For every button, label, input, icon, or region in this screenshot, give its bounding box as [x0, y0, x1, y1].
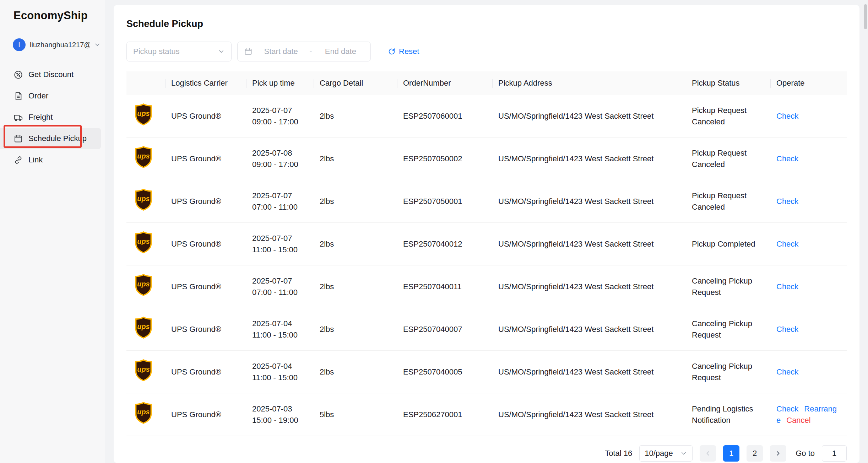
- order-number-cell: ESP2507040011: [397, 265, 493, 308]
- table-row: ups UPS Ground® 2025-07-07 11:00 - 15:00…: [126, 223, 847, 265]
- chevron-down-icon: [680, 450, 687, 457]
- check-action-link[interactable]: Check: [776, 282, 798, 291]
- sidebar-item-freight[interactable]: Freight: [0, 107, 101, 128]
- operate-cell: Check: [771, 351, 847, 393]
- table-row: ups UPS Ground® 2025-07-04 11:00 - 15:00…: [126, 308, 847, 351]
- sidebar-item-label: Order: [28, 91, 48, 101]
- check-action-link[interactable]: Check: [776, 404, 798, 413]
- pickup-table: Logistics Carrier Pick up time Cargo Det…: [126, 71, 847, 436]
- date-range-picker[interactable]: Start date - End date: [237, 42, 371, 61]
- check-action-link[interactable]: Check: [776, 197, 798, 206]
- table-row: ups UPS Ground® 2025-07-07 07:00 - 11:00…: [126, 265, 847, 308]
- svg-text:ups: ups: [137, 109, 150, 117]
- operate-cell: Check: [771, 138, 847, 180]
- date-separator: -: [309, 47, 312, 56]
- sidebar-item-link[interactable]: Link: [0, 149, 101, 171]
- table-row: ups UPS Ground® 2025-07-08 09:00 - 17:00…: [126, 138, 847, 180]
- check-action-link[interactable]: Check: [776, 154, 798, 163]
- table-body: ups UPS Ground® 2025-07-07 09:00 - 17:00…: [126, 95, 847, 436]
- pickup-status-cell: Pickup Request Canceled: [686, 95, 771, 138]
- carrier-logo-cell: ups: [126, 138, 166, 180]
- col-logo: [126, 71, 166, 95]
- avatar: l: [13, 38, 26, 51]
- cargo-detail-cell: 2lbs: [314, 95, 397, 138]
- cargo-detail-cell: 5lbs: [314, 393, 397, 436]
- scrollbar-thumb[interactable]: [864, 4, 867, 29]
- operate-cell: Check: [771, 95, 847, 138]
- cargo-detail-cell: 2lbs: [314, 308, 397, 351]
- carrier-cell: UPS Ground®: [166, 95, 246, 138]
- pickup-date: 2025-07-04: [252, 318, 308, 329]
- total-count: Total 16: [605, 449, 632, 458]
- sidebar-item-order[interactable]: Order: [0, 85, 101, 107]
- carrier-logo-cell: ups: [126, 95, 166, 138]
- pickup-status-cell: Pickup Request Canceled: [686, 180, 771, 223]
- page-size-select[interactable]: 10/page: [639, 445, 693, 462]
- svg-text:ups: ups: [137, 408, 150, 416]
- pickup-address-cell: US/MO/Springfield/1423 West Sackett Stre…: [493, 95, 686, 138]
- check-action-link[interactable]: Check: [776, 367, 798, 376]
- check-action-link[interactable]: Check: [776, 325, 798, 334]
- carrier-logo-cell: ups: [126, 223, 166, 265]
- carrier-logo-cell: ups: [126, 180, 166, 223]
- order-number-cell: ESP2507040007: [397, 308, 493, 351]
- operate-cell: CheckRearrangeCancel: [771, 393, 847, 436]
- sidebar-item-get-discount[interactable]: Get Discount: [0, 64, 101, 85]
- carrier-logo-cell: ups: [126, 351, 166, 393]
- goto-page-input[interactable]: [822, 445, 847, 462]
- pickup-time-range: 11:00 - 15:00: [252, 244, 308, 255]
- pickup-date: 2025-07-07: [252, 275, 308, 287]
- sidebar-item-schedule-pickup[interactable]: Schedule Pickup: [0, 128, 101, 149]
- col-pickup-status: Pickup Status: [686, 71, 771, 95]
- app-title: EconomyShip: [0, 0, 105, 22]
- pickup-date: 2025-07-08: [252, 147, 308, 159]
- chevron-down-icon: [218, 48, 225, 55]
- cancel-action-link[interactable]: Cancel: [786, 416, 810, 425]
- page-title: Schedule Pickup: [126, 18, 847, 29]
- pickup-status-cell: Canceling Pickup Request: [686, 351, 771, 393]
- pickup-status-cell: Pending Logistics Notification: [686, 393, 771, 436]
- end-date-input[interactable]: End date: [317, 47, 364, 56]
- reset-button[interactable]: Reset: [388, 47, 419, 56]
- pickup-time-range: 09:00 - 17:00: [252, 159, 308, 170]
- ups-logo-icon: ups: [134, 103, 153, 126]
- pickup-status-select[interactable]: Pickup status: [126, 42, 232, 61]
- col-logistics-carrier: Logistics Carrier: [166, 71, 246, 95]
- check-action-link[interactable]: Check: [776, 112, 798, 120]
- calendar-icon: [244, 47, 253, 56]
- table-row: ups UPS Ground® 2025-07-03 15:00 - 19:00…: [126, 393, 847, 436]
- user-account-menu[interactable]: l liuzhanghua1217@...: [0, 36, 101, 53]
- cargo-detail-cell: 2lbs: [314, 351, 397, 393]
- operate-cell: Check: [771, 265, 847, 308]
- ups-logo-icon: ups: [134, 316, 153, 339]
- page-button-1[interactable]: 1: [723, 445, 739, 462]
- pickup-time-cell: 2025-07-07 09:00 - 17:00: [246, 95, 314, 138]
- prev-page-button[interactable]: [700, 445, 716, 462]
- operate-cell: Check: [771, 308, 847, 351]
- chevron-right-icon: [775, 450, 782, 457]
- pickup-status-cell: Canceling Pickup Request: [686, 265, 771, 308]
- next-page-button[interactable]: [770, 445, 786, 462]
- pickup-time-range: 11:00 - 15:00: [252, 372, 308, 383]
- pickup-status-placeholder: Pickup status: [133, 47, 180, 56]
- operate-cell: Check: [771, 180, 847, 223]
- pickup-time-cell: 2025-07-04 11:00 - 15:00: [246, 308, 314, 351]
- ups-logo-icon: ups: [134, 146, 153, 168]
- check-action-link[interactable]: Check: [776, 239, 798, 248]
- user-email: liuzhanghua1217@...: [30, 41, 89, 49]
- chevron-down-icon: [94, 41, 101, 48]
- pickup-time-range: 11:00 - 15:00: [252, 329, 308, 341]
- pickup-date: 2025-07-04: [252, 361, 308, 372]
- svg-text:ups: ups: [137, 237, 150, 245]
- table-row: ups UPS Ground® 2025-07-04 11:00 - 15:00…: [126, 351, 847, 393]
- order-number-cell: ESP2507040005: [397, 351, 493, 393]
- sidebar-nav: Get Discount Order Freight Schedule Pick…: [0, 64, 105, 171]
- start-date-input[interactable]: Start date: [257, 47, 304, 56]
- table-row: ups UPS Ground® 2025-07-07 07:00 - 11:00…: [126, 180, 847, 223]
- page-button-2[interactable]: 2: [747, 445, 763, 462]
- reset-label: Reset: [399, 47, 419, 56]
- pagination: Total 16 10/page 1 2 Go to: [126, 445, 847, 462]
- carrier-logo-cell: ups: [126, 265, 166, 308]
- sidebar: EconomyShip l liuzhanghua1217@... Get Di…: [0, 0, 105, 463]
- order-number-cell: ESP2507060001: [397, 95, 493, 138]
